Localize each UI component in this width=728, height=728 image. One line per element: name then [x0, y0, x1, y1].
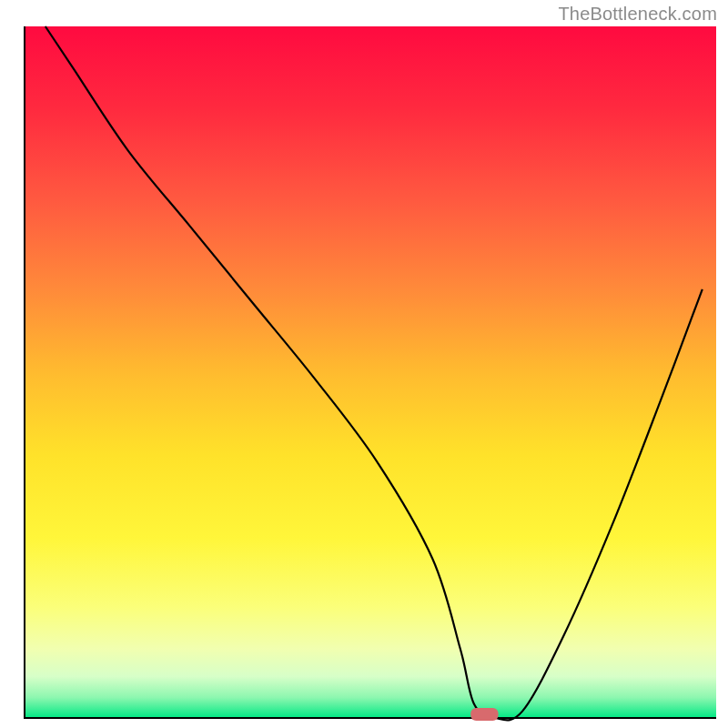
- optimum-marker: [470, 708, 498, 721]
- plot-background: [25, 26, 716, 718]
- plot-svg: [0, 0, 728, 728]
- bottleneck-chart: TheBottleneck.com: [0, 0, 728, 728]
